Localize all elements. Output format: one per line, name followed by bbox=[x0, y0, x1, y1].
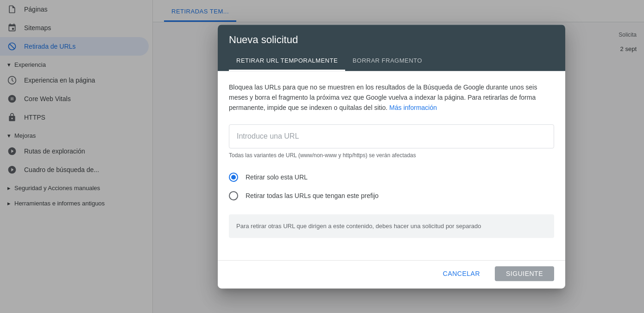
more-info-link[interactable]: Más información bbox=[389, 104, 437, 111]
radio-circle-unselected bbox=[229, 191, 238, 200]
next-button[interactable]: SIGUIENTE bbox=[495, 266, 554, 281]
url-input[interactable] bbox=[237, 132, 546, 141]
dialog-footer: CANCELAR SIGUIENTE bbox=[218, 260, 565, 288]
radio-only-url[interactable]: Retirar solo esta URL bbox=[229, 168, 554, 186]
dialog-header: Nueva solicitud RETIRAR URL TEMPORALMENT… bbox=[218, 25, 565, 71]
dialog-description: Bloquea las URLs para que no se muestren… bbox=[229, 82, 554, 113]
radio-only-url-label: Retirar solo esta URL bbox=[246, 173, 308, 181]
radio-group: Retirar solo esta URL Retirar todas las … bbox=[229, 168, 554, 205]
url-input-wrapper bbox=[229, 124, 554, 148]
nueva-solicitud-dialog: Nueva solicitud RETIRAR URL TEMPORALMENT… bbox=[218, 25, 565, 289]
cancel-button[interactable]: CANCELAR bbox=[432, 266, 491, 281]
dialog-title: Nueva solicitud bbox=[229, 34, 554, 46]
radio-circle-selected bbox=[229, 172, 238, 182]
dialog-tab-retirar-url[interactable]: RETIRAR URL TEMPORALMENTE bbox=[229, 51, 345, 71]
dialog-tab-borrar-fragmento[interactable]: BORRAR FRAGMENTO bbox=[345, 51, 429, 71]
info-box: Para retirar otras URL que dirigen a est… bbox=[229, 214, 554, 238]
dialog-tabs: RETIRAR URL TEMPORALMENTE BORRAR FRAGMEN… bbox=[229, 51, 554, 71]
radio-prefix-url[interactable]: Retirar todas las URLs que tengan este p… bbox=[229, 186, 554, 205]
url-hint: Todas las variantes de URL (www/non-www … bbox=[229, 152, 554, 159]
dialog-body: Bloquea las URLs para que no se muestren… bbox=[218, 71, 565, 261]
radio-prefix-url-label: Retirar todas las URLs que tengan este p… bbox=[246, 192, 379, 199]
